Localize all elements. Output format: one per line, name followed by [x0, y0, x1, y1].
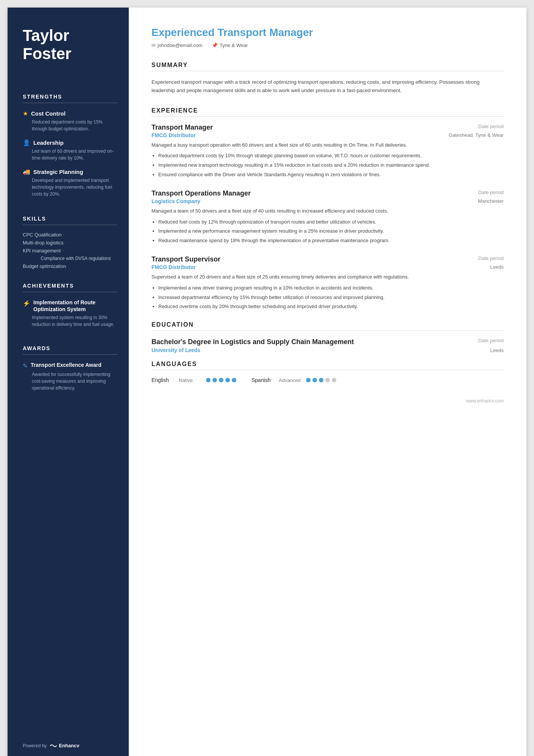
exp-desc-2: Managed a team of 50 drivers and a fleet…	[151, 207, 504, 215]
achievement-title-1: Implementation of Route Optimization Sys…	[33, 299, 117, 313]
sidebar: Taylor Foster STRENGTHS ★ Cost Control R…	[8, 8, 129, 756]
skill-label-3: KPI management	[23, 248, 61, 254]
summary-section-title: SUMMARY	[151, 62, 504, 69]
location-icon: 📌	[212, 42, 218, 48]
skills-divider	[23, 225, 117, 225]
candidate-name: Taylor Foster	[23, 27, 117, 63]
skill-label-1: CPC Qualification	[23, 232, 62, 238]
resume-title: Experienced Transport Manager	[151, 27, 504, 39]
exp-bullets-2: Reduced fuel costs by 12% through optimi…	[151, 218, 504, 245]
exp-bullets-1: Reduced department costs by 10% through …	[151, 152, 504, 178]
lang-dot-es-3	[319, 378, 323, 382]
strength-item-2: 👤 Leadership Led team of 60 drivers and …	[23, 139, 117, 161]
lang-dot-en-2	[212, 378, 217, 382]
skill-item-3: KPI management ·	[23, 248, 117, 254]
exp-company-2: Logistics Company	[151, 198, 200, 204]
exp-bullet-1-2: Implemented new transport technology res…	[158, 161, 504, 169]
exp-title-1: Transport Manager	[151, 124, 213, 131]
lang-dot-en-3	[219, 378, 223, 382]
skill-item-5: Budget optimization	[23, 263, 117, 269]
footer-brand-name: Enhancv	[59, 743, 79, 748]
main-footer: www.enhancv.com	[151, 398, 504, 404]
lang-dot-en-1	[206, 378, 211, 382]
achievements-section-title: ACHIEVEMENTS	[23, 283, 117, 289]
language-item-spanish: Spanish Advanced	[251, 377, 336, 383]
exp-title-3: Transport Supervisor	[151, 255, 220, 263]
exp-date-2: Date period	[478, 189, 504, 195]
exp-location-2: Manchester	[478, 198, 504, 204]
skill-item-1: CPC Qualification ·	[23, 232, 117, 238]
enhancv-logo-icon	[50, 743, 57, 748]
main-content: Experienced Transport Manager ✉ johndoe@…	[129, 8, 526, 756]
trophy-icon: ✎	[23, 362, 28, 369]
star-icon: ★	[23, 110, 28, 117]
award-title-1: Transport Excellence Award	[31, 362, 101, 368]
lang-level-spanish: Advanced	[279, 377, 301, 383]
exp-bullet-3-3: Reduced overtime costs by 20% through be…	[158, 303, 504, 311]
skills-section-title: SKILLS	[23, 216, 117, 222]
strengths-divider	[23, 103, 117, 103]
lang-dot-es-4	[325, 378, 330, 382]
strengths-section-title: STRENGTHS	[23, 94, 117, 100]
languages-row: English Native Spanish Advanced	[151, 377, 504, 383]
exp-bullet-2-1: Reduced fuel costs by 12% through optimi…	[158, 218, 504, 226]
edu-date-1: Date period	[478, 338, 504, 343]
lang-dots-spanish	[306, 378, 336, 382]
award-item-1: ✎ Transport Excellence Award Awarded for…	[23, 362, 117, 391]
exp-bullet-3-1: Implemented a new driver training progra…	[158, 284, 504, 292]
lang-dot-en-4	[225, 378, 230, 382]
summary-text: Experienced transport manager with a tra…	[151, 78, 504, 95]
edu-degree-1: Bachelor's Degree in Logistics and Suppl…	[151, 338, 354, 346]
skill-dot-3: ·	[62, 249, 63, 253]
exp-title-2: Transport Operations Manager	[151, 189, 251, 197]
lang-dot-es-1	[306, 378, 311, 382]
truck-icon: 🚚	[23, 168, 30, 175]
exp-location-3: Leeds	[490, 264, 504, 270]
contact-location: 📌 Tyne & Wear	[212, 42, 248, 48]
edu-school-1: University of Leeds	[151, 347, 200, 353]
footer-powered-text: Powered by	[23, 743, 47, 748]
person-icon: 👤	[23, 139, 30, 146]
skill-item-2: Multi-drop logistics ·	[23, 240, 117, 246]
experience-section-title: EXPERIENCE	[151, 107, 504, 114]
achievement-desc-1: Implemented system resulting in 30% redu…	[32, 314, 117, 328]
lang-name-english: English	[151, 377, 174, 383]
language-item-english: English Native	[151, 377, 236, 383]
exp-date-1: Date period	[478, 124, 504, 129]
exp-bullet-2-2: Implemented a new performance management…	[158, 227, 504, 235]
exp-desc-3: Supervised a team of 20 drivers and a fl…	[151, 273, 504, 281]
strength-title-3: Strategic Planning	[33, 169, 83, 175]
exp-bullets-3: Implemented a new driver training progra…	[151, 284, 504, 311]
exp-bullet-1-1: Reduced department costs by 10% through …	[158, 152, 504, 160]
skill-label-2: Multi-drop logistics	[23, 240, 64, 246]
education-item-1: Bachelor's Degree in Logistics and Suppl…	[151, 338, 504, 353]
enhancv-logo: Enhancv	[50, 743, 79, 748]
strength-desc-3: Developed and implemented transport tech…	[32, 177, 117, 197]
award-desc-1: Awarded for successfully implementing co…	[32, 371, 117, 391]
skill-label-4: Compliance with DVSA regulations	[41, 256, 111, 261]
skill-dot-1: ·	[63, 233, 64, 237]
summary-divider	[151, 71, 504, 71]
lang-name-spanish: Spanish	[251, 377, 274, 383]
exp-desc-1: Managed a busy transport operation with …	[151, 141, 504, 149]
education-section-title: EDUCATION	[151, 321, 504, 328]
strength-desc-1: Reduced department costs by 15% through …	[32, 119, 117, 132]
sidebar-footer: Powered by Enhancv	[23, 731, 117, 748]
email-icon: ✉	[151, 42, 156, 48]
lang-dot-es-2	[312, 378, 317, 382]
strength-title-2: Leadership	[33, 139, 64, 146]
exp-location-1: Gateshead, Tyne & Wear	[449, 132, 504, 138]
skill-dot-2: ·	[65, 241, 66, 245]
contact-email: ✉ johndoe@email.com	[151, 42, 203, 48]
languages-section-title: LANGUAGES	[151, 361, 504, 368]
experience-item-1: Transport Manager Date period FMCG Distr…	[151, 124, 504, 179]
lang-level-english: Native	[179, 377, 201, 383]
exp-date-3: Date period	[478, 255, 504, 261]
experience-item-3: Transport Supervisor Date period FMCG Di…	[151, 255, 504, 311]
footer-url: www.enhancv.com	[466, 398, 504, 404]
lang-dots-english	[206, 378, 236, 382]
exp-bullet-3-2: Increased departmental efficiency by 15%…	[158, 294, 504, 302]
lang-dot-es-5	[332, 378, 336, 382]
contact-row: ✉ johndoe@email.com 📌 Tyne & Wear	[151, 42, 504, 48]
edu-location-1: Leeds	[490, 347, 504, 353]
